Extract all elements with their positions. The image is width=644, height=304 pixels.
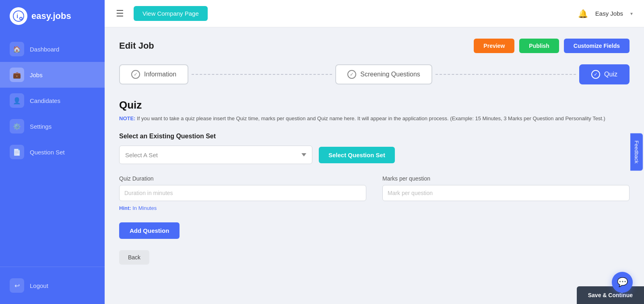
duration-label: Quiz Duration bbox=[119, 175, 366, 182]
sidebar-bottom: ↩ Logout bbox=[0, 267, 105, 304]
marks-input[interactable] bbox=[382, 185, 630, 201]
step-label-screening: Screening Questions bbox=[360, 71, 420, 78]
step-check-information: ✓ bbox=[131, 70, 140, 79]
logo-icon: i bbox=[10, 7, 27, 25]
candidates-icon: 👤 bbox=[10, 93, 24, 108]
select-question-set-button[interactable]: Select Question Set bbox=[319, 147, 395, 163]
sidebar-item-logout[interactable]: ↩ Logout bbox=[0, 273, 105, 298]
step-information[interactable]: ✓ Information bbox=[119, 64, 188, 84]
sidebar-item-label: Dashboard bbox=[30, 46, 59, 53]
sidebar-item-question-set[interactable]: 📄 Question Set bbox=[0, 139, 105, 165]
user-name: Easy Jobs bbox=[595, 10, 623, 17]
feedback-container: Feedback bbox=[630, 133, 643, 170]
select-row: Select A Set Select Question Set bbox=[119, 146, 630, 164]
fields-row: Quiz Duration Marks per question bbox=[119, 175, 630, 201]
bottom-buttons: Back bbox=[119, 250, 630, 265]
question-set-icon: 📄 bbox=[10, 145, 24, 159]
logo-text: easy.jobs bbox=[31, 11, 71, 21]
steps-container: ✓ Information ✓ Screening Questions ✓ Qu… bbox=[119, 64, 630, 84]
sidebar-item-dashboard[interactable]: 🏠 Dashboard bbox=[0, 36, 105, 62]
chat-button[interactable]: 💬 bbox=[612, 272, 633, 293]
hint-label: Hint: bbox=[119, 205, 131, 211]
dashboard-icon: 🏠 bbox=[10, 42, 24, 56]
hint-value: In Minutes bbox=[132, 205, 157, 211]
svg-text:i: i bbox=[17, 12, 18, 19]
note-text: If you want to take a quiz please insert… bbox=[137, 115, 605, 121]
logout-label: Logout bbox=[30, 282, 48, 289]
svg-point-3 bbox=[20, 18, 22, 19]
publish-button[interactable]: Publish bbox=[519, 39, 559, 53]
step-quiz[interactable]: ✓ Quiz bbox=[579, 64, 630, 84]
svg-point-0 bbox=[13, 11, 24, 21]
sidebar-item-label: Settings bbox=[30, 123, 52, 130]
chevron-down-icon[interactable]: ▾ bbox=[630, 11, 633, 16]
sidebar-nav: 🏠 Dashboard 💼 Jobs 👤 Candidates ⚙️ Setti… bbox=[0, 32, 105, 267]
step-label-information: Information bbox=[144, 71, 176, 78]
sidebar: i easy.jobs 🏠 Dashboard 💼 Jobs 👤 Candida… bbox=[0, 0, 105, 304]
sidebar-item-jobs[interactable]: 💼 Jobs bbox=[0, 62, 105, 88]
sidebar-item-candidates[interactable]: 👤 Candidates bbox=[0, 88, 105, 113]
feedback-button[interactable]: Feedback bbox=[630, 133, 643, 170]
main-content: ☰ View Company Page 🔔 Easy Jobs ▾ Edit J… bbox=[105, 0, 644, 304]
marks-field-group: Marks per question bbox=[382, 175, 630, 201]
view-company-button[interactable]: View Company Page bbox=[134, 6, 208, 21]
topbar: ☰ View Company Page 🔔 Easy Jobs ▾ bbox=[105, 0, 644, 27]
hint-text: Hint: In Minutes bbox=[119, 205, 630, 211]
step-check-screening: ✓ bbox=[347, 70, 356, 79]
duration-field-group: Quiz Duration bbox=[119, 175, 366, 201]
preview-button[interactable]: Preview bbox=[474, 39, 514, 53]
select-section-label: Select an Existing Question Set bbox=[119, 133, 630, 140]
edit-job-title: Edit Job bbox=[119, 41, 154, 51]
save-continue-button[interactable]: Save & Continue bbox=[577, 286, 644, 304]
sidebar-item-label: Jobs bbox=[30, 72, 43, 78]
step-check-quiz: ✓ bbox=[591, 70, 600, 79]
logout-icon: ↩ bbox=[10, 278, 24, 293]
customize-fields-button[interactable]: Customize Fields bbox=[564, 39, 630, 53]
jobs-icon: 💼 bbox=[10, 68, 24, 82]
header-buttons: Preview Publish Customize Fields bbox=[474, 39, 630, 53]
settings-icon: ⚙️ bbox=[10, 119, 24, 134]
note-label: NOTE: bbox=[119, 115, 135, 121]
marks-label: Marks per question bbox=[382, 175, 630, 182]
sidebar-item-label: Candidates bbox=[30, 97, 60, 104]
duration-input[interactable] bbox=[119, 185, 366, 201]
content-area: Edit Job Preview Publish Customize Field… bbox=[105, 27, 644, 304]
step-label-quiz: Quiz bbox=[604, 71, 617, 78]
chat-icon: 💬 bbox=[617, 277, 628, 288]
sidebar-item-label: Question Set bbox=[30, 149, 65, 156]
edit-job-header: Edit Job Preview Publish Customize Field… bbox=[119, 39, 630, 53]
step-dots-1 bbox=[192, 74, 332, 75]
question-set-select[interactable]: Select A Set bbox=[119, 146, 312, 164]
bell-icon[interactable]: 🔔 bbox=[578, 9, 588, 18]
topbar-right: 🔔 Easy Jobs ▾ bbox=[578, 9, 633, 18]
back-button[interactable]: Back bbox=[119, 250, 149, 265]
quiz-title: Quiz bbox=[119, 99, 630, 111]
quiz-note: NOTE: If you want to take a quiz please … bbox=[119, 115, 630, 121]
add-question-button[interactable]: Add Question bbox=[119, 222, 180, 239]
step-screening[interactable]: ✓ Screening Questions bbox=[335, 64, 432, 84]
sidebar-item-settings[interactable]: ⚙️ Settings bbox=[0, 113, 105, 139]
step-dots-2 bbox=[436, 74, 576, 75]
logo: i easy.jobs bbox=[0, 0, 105, 32]
hamburger-icon[interactable]: ☰ bbox=[116, 8, 124, 19]
